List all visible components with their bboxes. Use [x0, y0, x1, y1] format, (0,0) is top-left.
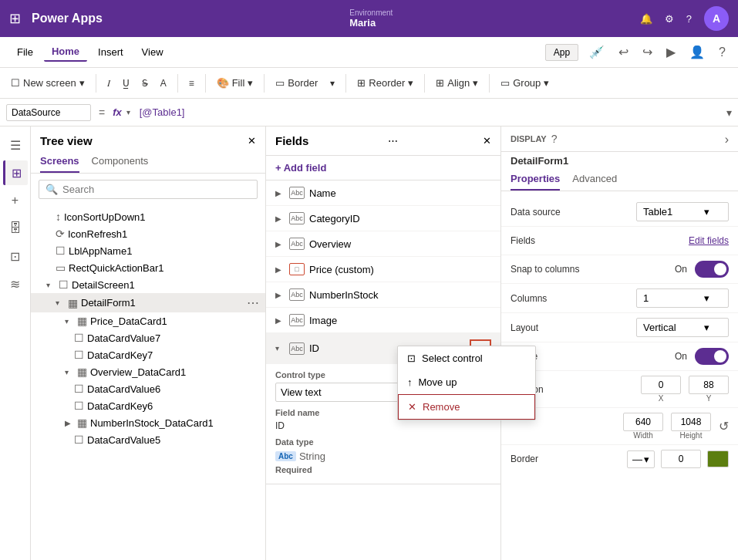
- field-name[interactable]: ▶ Abc Name: [266, 180, 500, 206]
- tree-item-datacardvalue6[interactable]: ☐ DataCardValue6: [31, 380, 265, 397]
- numberinstock-datacard-chevron: ▶: [65, 419, 74, 427]
- datasource-dropdown[interactable]: DataSource: [6, 104, 91, 121]
- menu-file[interactable]: File: [9, 43, 41, 61]
- detailform-dots[interactable]: ⋯: [247, 295, 259, 310]
- tree-item-datacardkey6[interactable]: ☐ DataCardKey6: [31, 397, 265, 414]
- tab-components[interactable]: Components: [92, 152, 149, 173]
- font-size-button[interactable]: A: [156, 75, 171, 92]
- tab-screens[interactable]: Screens: [40, 152, 79, 173]
- search-input[interactable]: [62, 184, 251, 195]
- new-screen-button[interactable]: ☐ New screen ▾: [6, 74, 89, 92]
- context-move-up[interactable]: ↑ Move up: [398, 370, 535, 394]
- tree-search-container: 🔍: [39, 180, 258, 199]
- menu-view[interactable]: View: [134, 43, 171, 61]
- separator-5: [345, 74, 346, 93]
- tree-item-lblappname[interactable]: ☐ LblAppName1: [31, 242, 265, 259]
- app-button[interactable]: App: [545, 44, 578, 61]
- id-field-label: ID: [309, 342, 319, 354]
- position-x-input[interactable]: [641, 376, 681, 394]
- fill-button[interactable]: 🎨 Fill ▾: [212, 74, 258, 92]
- add-field-label: + Add field: [275, 162, 326, 174]
- formula-expand-icon[interactable]: ▾: [726, 106, 732, 119]
- field-image[interactable]: ▶ Abc Image: [266, 308, 500, 333]
- rotate-icon[interactable]: ↺: [719, 419, 729, 433]
- iconrefresh-label: IconRefresh1: [68, 228, 127, 240]
- menu-insert[interactable]: Insert: [90, 43, 131, 61]
- reorder-button[interactable]: ⊞ Reorder ▾: [352, 74, 418, 92]
- waffle-icon[interactable]: ⊞: [9, 10, 21, 27]
- border-width-input[interactable]: [661, 450, 701, 468]
- new-screen-label: New screen: [23, 77, 76, 89]
- tab-advanced[interactable]: Advanced: [572, 170, 617, 191]
- align-text-button[interactable]: ⊞ Align ▾: [431, 74, 483, 92]
- formula-chevron[interactable]: ▾: [126, 108, 130, 116]
- context-select-control[interactable]: ⊡ Select control: [398, 346, 535, 370]
- border-chevron-btn[interactable]: ▾: [325, 75, 339, 92]
- border-color-swatch[interactable]: [707, 450, 729, 467]
- tree-item-iconrefresh[interactable]: ⟳ IconRefresh1: [31, 225, 265, 242]
- italic-button[interactable]: 𝐼: [103, 75, 115, 92]
- tree-item-rectquickaction[interactable]: ▭ RectQuickActionBar1: [31, 259, 265, 276]
- datasource-prop-dropdown[interactable]: Table1 ▾: [636, 202, 729, 221]
- play-icon[interactable]: ▶: [663, 42, 679, 62]
- columns-prop-dropdown[interactable]: 1 ▾: [636, 288, 729, 308]
- field-numberinstock[interactable]: ▶ Abc NumberInStock: [266, 282, 500, 308]
- side-icon-media[interactable]: ⊡: [3, 244, 28, 268]
- tree-item-iconsortupdown[interactable]: ↕ IconSortUpDown1: [31, 208, 265, 225]
- size-h-input[interactable]: [671, 413, 711, 431]
- side-icon-components[interactable]: ≋: [3, 272, 28, 296]
- tree-item-detailscreen[interactable]: ▾ ☐ DetailScreen1: [31, 276, 265, 293]
- help-question-icon[interactable]: ?: [551, 133, 558, 145]
- health-icon[interactable]: 💉: [586, 42, 608, 62]
- menu-home[interactable]: Home: [44, 42, 87, 62]
- settings-icon[interactable]: ⚙: [665, 13, 674, 25]
- redo-icon[interactable]: ↪: [639, 42, 655, 62]
- notification-icon[interactable]: 🔔: [640, 13, 652, 25]
- border-prop-value: — ▾: [627, 450, 729, 468]
- snap-toggle[interactable]: [695, 261, 729, 278]
- share-icon[interactable]: 👤: [686, 42, 708, 62]
- side-icon-menu[interactable]: ☰: [3, 133, 28, 157]
- help-menu-icon[interactable]: ?: [716, 42, 729, 62]
- field-categoryid[interactable]: ▶ Abc CategoryID: [266, 206, 500, 231]
- tree-item-price-datacard[interactable]: ▾ ▦ Price_DataCard1: [31, 312, 265, 329]
- fields-close-icon[interactable]: ✕: [483, 135, 491, 147]
- tree-item-datacardvalue7[interactable]: ☐ DataCardValue7: [31, 329, 265, 346]
- context-remove[interactable]: ✕ Remove: [398, 394, 535, 420]
- edit-fields-link[interactable]: Edit fields: [689, 235, 729, 246]
- avatar[interactable]: A: [704, 6, 729, 31]
- strikethrough-button[interactable]: S̶: [137, 75, 153, 92]
- tree-close-icon[interactable]: ✕: [248, 135, 256, 147]
- tree-item-overview-datacard[interactable]: ▾ ▦ Overview_DataCard1: [31, 363, 265, 380]
- align-button[interactable]: ≡: [184, 75, 199, 92]
- props-expand-icon[interactable]: ›: [725, 133, 729, 147]
- overview-datacard-label: Overview_DataCard1: [90, 366, 186, 378]
- image-field-label: Image: [309, 315, 337, 326]
- position-y-input[interactable]: [689, 376, 729, 394]
- help-icon[interactable]: ?: [686, 13, 692, 25]
- tab-properties[interactable]: Properties: [511, 170, 560, 191]
- group-button[interactable]: ▭ Group ▾: [496, 74, 554, 92]
- tree-item-detailform[interactable]: ▾ ▦ DetailForm1 ⋯: [31, 293, 265, 312]
- border-style-dropdown[interactable]: — ▾: [627, 450, 655, 468]
- side-icon-screens[interactable]: ⊞: [3, 160, 28, 185]
- tree-item-numberinstock-datacard[interactable]: ▶ ▦ NumberInStock_DataCard1: [31, 414, 265, 431]
- undo-icon[interactable]: ↩: [615, 42, 632, 62]
- field-price[interactable]: ▶ □ Price (custom): [266, 257, 500, 282]
- tree-item-datacardvalue5[interactable]: ☐ DataCardValue5: [31, 431, 265, 448]
- datacardkey7-icon: ☐: [74, 349, 84, 361]
- visible-toggle[interactable]: [695, 348, 729, 365]
- formula-fx-icon[interactable]: fx: [113, 106, 122, 118]
- layout-prop-dropdown[interactable]: Vertical ▾: [636, 318, 729, 337]
- fields-more-icon[interactable]: ⋯: [388, 135, 398, 147]
- tree-item-datacardkey7[interactable]: ☐ DataCardKey7: [31, 346, 265, 363]
- side-icon-add[interactable]: +: [3, 188, 28, 213]
- field-overview[interactable]: ▶ Abc Overview: [266, 231, 500, 257]
- side-icon-data[interactable]: 🗄: [3, 216, 28, 241]
- formula-input[interactable]: [135, 104, 722, 120]
- add-field-button[interactable]: + Add field: [266, 156, 500, 180]
- underline-button[interactable]: U̲: [118, 75, 134, 92]
- border-button[interactable]: ▭ Border: [271, 74, 322, 92]
- fill-chevron: ▾: [248, 77, 253, 89]
- size-w-input[interactable]: [623, 413, 663, 431]
